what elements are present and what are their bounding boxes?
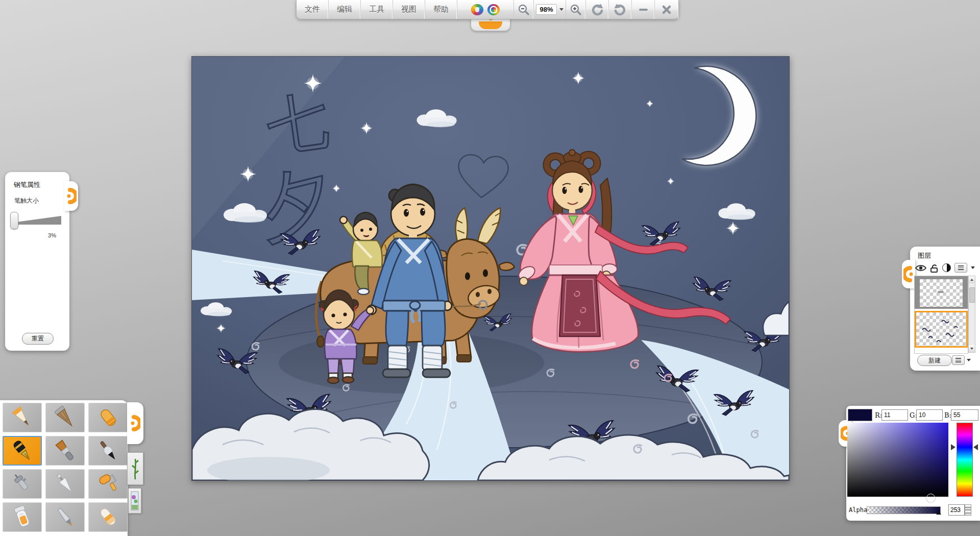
hue-marker-right-icon[interactable] [973,444,978,450]
close-button[interactable] [655,0,678,19]
app-logo [457,0,514,19]
layer-list-menu-caret-icon[interactable] [967,359,971,361]
tool-wood-pencil[interactable] [45,403,85,432]
hue-marker-left-icon[interactable] [951,444,955,450]
alpha-increase-button[interactable] [965,504,971,510]
alpha-slider[interactable] [867,506,941,514]
alpha-value-input[interactable] [948,504,965,516]
layers-panel-collapse-handle[interactable] [902,260,915,288]
new-layer-button[interactable]: 新建 [917,355,952,366]
scroll-down-button[interactable] [969,345,975,352]
zoom-level-value: 98% [536,4,556,15]
current-color-swatch [848,409,872,421]
zoom-dropdown-caret-icon[interactable] [559,8,564,11]
tool-palette-knife[interactable] [45,469,85,499]
brush-size-label: 笔触大小 [5,189,69,205]
alpha-spinner [948,504,972,516]
layer-item-sketch-frame[interactable] [915,276,968,309]
layer-item-magpies-selected[interactable] [915,311,968,348]
tool-palette [0,400,128,536]
menu-help[interactable]: 帮助 [425,0,457,19]
layer-thumbnail-birds [916,312,965,346]
slider-track[interactable] [14,216,61,225]
scroll-up-button[interactable] [969,276,975,283]
close-icon [662,5,672,15]
layers-panel-title: 图层 [910,247,980,260]
minimize-icon [639,9,648,11]
tool-liner-pen[interactable] [45,502,85,532]
zoom-out-button[interactable] [514,0,534,19]
menu-tools[interactable]: 工具 [361,0,393,19]
color-selector-circle[interactable] [926,494,935,502]
tool-ink-brush[interactable] [88,436,128,466]
visibility-eye-icon[interactable] [915,264,926,272]
green-input[interactable] [916,409,943,421]
tool-eraser[interactable] [88,502,128,532]
logo-mouth-tab [471,18,510,31]
scroll-thumb[interactable] [969,287,975,303]
bamboo-icon [131,456,140,481]
blue-input[interactable] [951,409,978,421]
tool-crayon[interactable] [88,403,128,432]
brush-size-slider[interactable] [10,212,64,229]
zoom-level-display[interactable]: 98% [534,0,566,19]
redo-button[interactable] [609,0,632,19]
tool-pencil[interactable] [3,403,42,432]
alpha-label: Alpha [849,506,867,514]
color-picker-panel: R: G: B: Alpha [846,406,980,521]
zoom-in-magnifier-icon [569,3,582,16]
pen-panel-collapse-handle[interactable] [64,181,78,211]
layer-scrollbar[interactable] [968,276,975,353]
pen-panel-title: 钢笔属性 [5,172,69,189]
alpha-decrease-button[interactable] [965,510,971,516]
menu-view[interactable]: 视图 [393,0,425,19]
reset-button[interactable]: 重置 [22,333,54,345]
layer-list-menu-button[interactable] [952,355,965,365]
top-toolbar: 文件 编辑 工具 视图 帮助 98% [296,0,679,19]
orange-c-handle-icon [130,415,140,432]
redo-arrow-icon [614,4,627,16]
tool-paint-roller[interactable] [88,469,128,499]
orange-c-handle-icon [903,266,914,282]
qixi-illustration: 七 夕 [192,57,789,480]
red-input[interactable] [881,409,908,421]
undo-button[interactable] [586,0,609,19]
opacity-blend-icon[interactable] [942,263,951,272]
undo-arrow-icon [591,4,604,16]
tool-airbrush[interactable] [3,469,42,499]
saturation-value-picker[interactable] [847,423,948,497]
zoom-in-button[interactable] [566,0,586,19]
pen-properties-panel: 钢笔属性 笔触大小 3% 重置 [5,172,69,351]
picture-stamp-button[interactable] [128,488,141,514]
menu-edit[interactable]: 编辑 [329,0,361,19]
alpha-marker-icon[interactable] [936,511,941,515]
palette-collapse-handle[interactable] [127,402,143,444]
tool-grid [3,403,128,532]
app-logo-left-icon [471,4,483,15]
layer-menu-button[interactable] [954,263,967,273]
logo-smile-icon [479,21,502,29]
drawing-canvas[interactable]: 七 夕 [191,56,790,481]
sketch-char-qi: 七 [262,84,333,163]
layer-menu-caret-icon[interactable] [971,266,975,269]
minimize-button[interactable] [632,0,655,19]
blue-label: B: [944,411,951,419]
tool-fountain-pen[interactable] [3,436,42,466]
tool-flat-brush[interactable] [45,436,85,466]
tool-paint-jar[interactable] [3,502,42,532]
layer-list [914,276,968,354]
orange-c-handle-icon [66,188,77,204]
picture-stamp-icon [131,491,139,510]
brush-size-value: 3% [5,232,56,238]
app-logo-right-icon [487,4,500,15]
hue-slider[interactable] [957,423,973,497]
zoom-out-magnifier-icon [517,3,530,16]
slider-thumb[interactable] [10,212,18,229]
unlock-padlock-icon[interactable] [930,263,939,273]
bamboo-stamp-button[interactable] [127,452,143,485]
layers-panel: 图层 新建 [910,247,980,371]
menu-file[interactable]: 文件 [297,0,329,19]
